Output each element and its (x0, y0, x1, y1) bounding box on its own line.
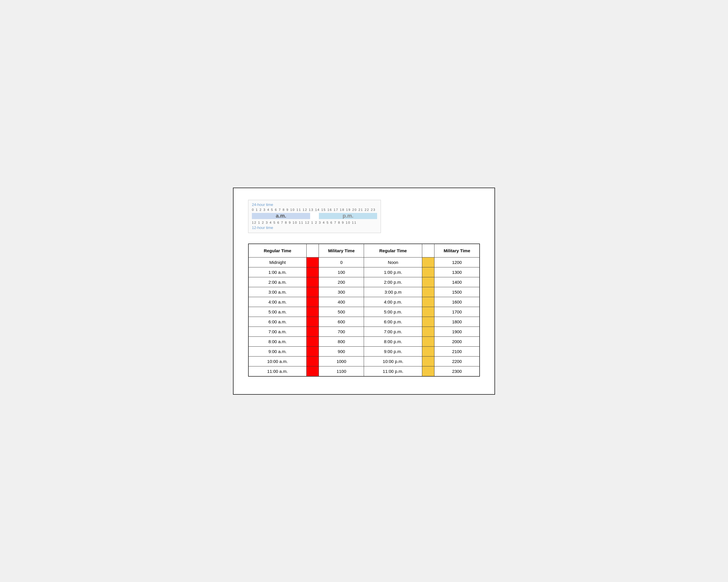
cell-reg-am: 1:00 a.m. (249, 267, 307, 277)
header-color-pm (422, 244, 435, 257)
cell-mil-am: 1000 (319, 356, 364, 366)
cell-mil-am: 400 (319, 297, 364, 307)
am-band: a.m. (252, 213, 310, 219)
cell-mil-pm: 2200 (435, 356, 479, 366)
cell-reg-am: 10:00 a.m. (249, 356, 307, 366)
header-color-am (307, 244, 319, 257)
cell-mil-am: 700 (319, 327, 364, 336)
cell-mil-am: 500 (319, 307, 364, 317)
cell-mil-am: 600 (319, 317, 364, 327)
cell-mil-am: 300 (319, 287, 364, 297)
cell-mil-am: 0 (319, 257, 364, 267)
cell-mil-pm: 2100 (435, 346, 479, 356)
cell-reg-am: Midnight (249, 257, 307, 267)
cell-color-am (307, 317, 319, 327)
cell-color-pm (422, 327, 435, 336)
cell-color-pm (422, 356, 435, 366)
table-row: 10:00 a.m. 1000 10:00 p.m. 2200 (249, 356, 479, 366)
table-row: 11:00 a.m. 1100 11:00 p.m. 2300 (249, 366, 479, 376)
cell-mil-pm: 1300 (435, 267, 479, 277)
cell-reg-pm: Noon (364, 257, 422, 267)
cell-mil-pm: 2300 (435, 366, 479, 376)
cell-mil-am: 900 (319, 346, 364, 356)
cell-reg-pm: 8:00 p.m. (364, 336, 422, 346)
cell-reg-pm: 7:00 p.m. (364, 327, 422, 336)
table-row: 5:00 a.m. 500 5:00 p.m. 1700 (249, 307, 479, 317)
diagram-numbers-bottom: 12 1 2 3 4 5 6 7 8 9 10 11 12 1 2 3 4 5 … (252, 221, 377, 224)
cell-mil-am: 100 (319, 267, 364, 277)
cell-reg-am: 5:00 a.m. (249, 307, 307, 317)
table-row: 8:00 a.m. 800 8:00 p.m. 2000 (249, 336, 479, 346)
cell-reg-am: 4:00 a.m. (249, 297, 307, 307)
cell-mil-pm: 1500 (435, 287, 479, 297)
diagram-box: 24-hour time 0 1 2 3 4 5 6 7 8 9 10 11 1… (248, 200, 381, 233)
header-military-am: Military Time (319, 244, 364, 257)
cell-reg-pm: 11:00 p.m. (364, 366, 422, 376)
table-row: 7:00 a.m. 700 7:00 p.m. 1900 (249, 327, 479, 336)
pm-band: p.m. (319, 213, 377, 219)
cell-color-pm (422, 257, 435, 267)
table-row: 9:00 a.m. 900 9:00 p.m. 2100 (249, 346, 479, 356)
cell-reg-pm: 4:00 p.m. (364, 297, 422, 307)
cell-mil-am: 800 (319, 336, 364, 346)
cell-mil-am: 200 (319, 277, 364, 287)
header-regular-pm: Regular Time (364, 244, 422, 257)
cell-color-am (307, 287, 319, 297)
cell-mil-am: 1100 (319, 366, 364, 376)
table-row: 3:00 a.m. 300 3:00 p.m 1500 (249, 287, 479, 297)
cell-color-pm (422, 297, 435, 307)
cell-reg-am: 8:00 a.m. (249, 336, 307, 346)
table-row: 6:00 a.m. 600 6:00 p.m. 1800 (249, 317, 479, 327)
page: 24-hour time 0 1 2 3 4 5 6 7 8 9 10 11 1… (233, 187, 495, 395)
cell-color-am (307, 327, 319, 336)
cell-mil-pm: 1200 (435, 257, 479, 267)
cell-reg-am: 9:00 a.m. (249, 346, 307, 356)
table-row: Midnight 0 Noon 1200 (249, 257, 479, 267)
cell-mil-pm: 2000 (435, 336, 479, 346)
cell-color-pm (422, 277, 435, 287)
cell-mil-pm: 1900 (435, 327, 479, 336)
cell-mil-pm: 1800 (435, 317, 479, 327)
cell-reg-pm: 9:00 p.m. (364, 346, 422, 356)
cell-mil-pm: 1700 (435, 307, 479, 317)
table-row: 1:00 a.m. 100 1:00 p.m. 1300 (249, 267, 479, 277)
cell-color-pm (422, 346, 435, 356)
cell-color-pm (422, 366, 435, 376)
cell-color-am (307, 297, 319, 307)
table-row: 4:00 a.m. 400 4:00 p.m. 1600 (249, 297, 479, 307)
cell-color-am (307, 366, 319, 376)
cell-color-pm (422, 307, 435, 317)
main-table: Regular Time Military Time Regular Time … (248, 244, 480, 377)
cell-color-am (307, 346, 319, 356)
cell-color-am (307, 257, 319, 267)
diagram-title: 24-hour time (252, 202, 377, 207)
cell-reg-am: 2:00 a.m. (249, 277, 307, 287)
cell-color-am (307, 267, 319, 277)
header-military-pm: Military Time (435, 244, 479, 257)
cell-reg-pm: 1:00 p.m. (364, 267, 422, 277)
cell-color-pm (422, 267, 435, 277)
diagram-subtitle: 12-hour time (252, 225, 377, 230)
cell-reg-pm: 6:00 p.m. (364, 317, 422, 327)
cell-color-am (307, 356, 319, 366)
cell-reg-pm: 2:00 p.m. (364, 277, 422, 287)
diagram-band: a.m. p.m. (252, 212, 377, 220)
cell-reg-am: 3:00 a.m. (249, 287, 307, 297)
cell-reg-pm: 3:00 p.m (364, 287, 422, 297)
cell-color-am (307, 277, 319, 287)
header-regular-am: Regular Time (249, 244, 307, 257)
cell-color-am (307, 336, 319, 346)
band-gap (310, 212, 319, 220)
cell-color-pm (422, 317, 435, 327)
cell-mil-pm: 1400 (435, 277, 479, 287)
cell-mil-pm: 1600 (435, 297, 479, 307)
cell-reg-am: 11:00 a.m. (249, 366, 307, 376)
cell-reg-pm: 5:00 p.m. (364, 307, 422, 317)
cell-color-pm (422, 336, 435, 346)
cell-reg-am: 6:00 a.m. (249, 317, 307, 327)
cell-color-am (307, 307, 319, 317)
diagram-numbers-top: 0 1 2 3 4 5 6 7 8 9 10 11 12 13 14 15 16… (252, 208, 377, 211)
cell-reg-am: 7:00 a.m. (249, 327, 307, 336)
cell-color-pm (422, 287, 435, 297)
table-row: 2:00 a.m. 200 2:00 p.m. 1400 (249, 277, 479, 287)
